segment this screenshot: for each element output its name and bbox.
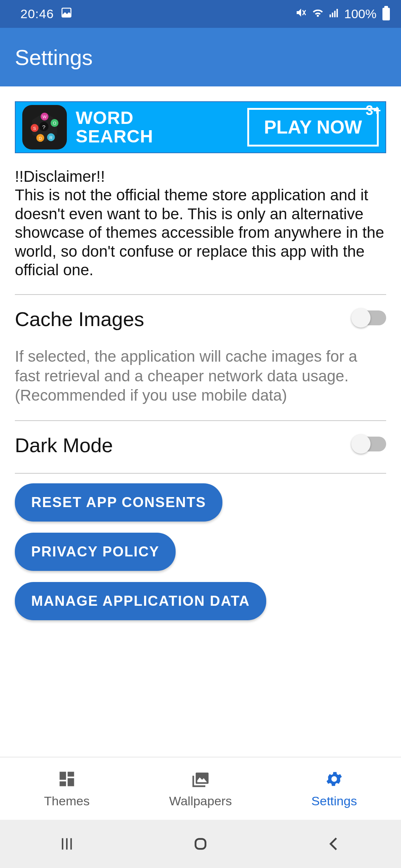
gallery-icon	[61, 7, 72, 22]
svg-text:W: W	[43, 115, 47, 119]
content: W O S D R ? WORD SEARCH PLAY NOW 3+ !!Di…	[0, 86, 401, 757]
page-title: Settings	[15, 45, 93, 70]
svg-text:S: S	[33, 126, 36, 131]
nav-label: Wallpapers	[169, 794, 232, 808]
svg-rect-22	[60, 781, 66, 786]
setting-dark-mode[interactable]: Dark Mode	[0, 421, 401, 473]
app-bar: Settings	[0, 28, 401, 86]
svg-rect-5	[334, 11, 336, 17]
svg-text:R: R	[49, 135, 52, 140]
signal-icon	[329, 7, 340, 21]
switch-cache-images[interactable]	[353, 310, 386, 325]
disclaimer-title: !!Disclaimer!!	[15, 168, 105, 185]
ad-title: WORD SEARCH	[76, 109, 153, 146]
ad-title-line2: SEARCH	[76, 127, 153, 146]
gear-icon	[325, 769, 344, 789]
reset-consents-button[interactable]: RESET APP CONSENTS	[15, 483, 222, 522]
switch-dark-mode[interactable]	[353, 437, 386, 451]
svg-rect-23	[68, 778, 74, 786]
system-nav-bar	[0, 820, 401, 868]
button-group: RESET APP CONSENTS PRIVACY POLICY MANAGE…	[0, 474, 401, 630]
svg-rect-4	[332, 13, 333, 17]
setting-title: Dark Mode	[15, 434, 386, 457]
nav-themes[interactable]: Themes	[0, 757, 134, 820]
home-button[interactable]	[188, 835, 213, 853]
nav-label: Settings	[312, 794, 357, 808]
ad-age-badge: 3+	[366, 103, 381, 118]
ad-banner[interactable]: W O S D R ? WORD SEARCH PLAY NOW 3+	[15, 101, 386, 153]
nav-label: Themes	[44, 794, 90, 808]
disclaimer-block: !!Disclaimer!! This is not the official …	[0, 164, 401, 294]
nav-wallpapers[interactable]: Wallpapers	[134, 757, 267, 820]
ad-title-line1: WORD	[76, 109, 153, 127]
svg-rect-6	[336, 9, 338, 17]
setting-cache-images[interactable]: Cache Images If selected, the applicatio…	[0, 295, 401, 420]
svg-rect-20	[60, 772, 66, 780]
wifi-icon	[312, 6, 324, 22]
status-bar: 20:46 100%	[0, 0, 401, 28]
ad-app-icon: W O S D R ?	[22, 105, 67, 149]
setting-title: Cache Images	[15, 308, 386, 331]
nav-settings[interactable]: Settings	[267, 757, 401, 820]
recents-button[interactable]	[54, 835, 80, 853]
themes-icon	[57, 769, 76, 789]
battery-text: 100%	[344, 7, 376, 21]
svg-text:?: ?	[42, 124, 46, 130]
svg-rect-28	[196, 839, 206, 849]
manage-data-button[interactable]: MANAGE APPLICATION DATA	[15, 582, 266, 620]
status-time: 20:46	[20, 7, 54, 21]
privacy-policy-button[interactable]: PRIVACY POLICY	[15, 533, 176, 571]
battery-icon	[382, 8, 390, 20]
mute-icon	[295, 7, 307, 22]
bottom-nav: Themes Wallpapers Settings	[0, 757, 401, 820]
ad-play-button[interactable]: PLAY NOW	[247, 108, 379, 147]
wallpapers-icon	[191, 769, 210, 789]
setting-description: If selected, the application will cache …	[15, 347, 386, 405]
svg-rect-3	[330, 14, 331, 17]
svg-text:D: D	[39, 136, 42, 141]
back-button[interactable]	[321, 835, 347, 853]
svg-text:O: O	[53, 121, 56, 125]
svg-rect-21	[68, 772, 74, 776]
disclaimer-body: This is not the official theme store app…	[15, 186, 384, 279]
